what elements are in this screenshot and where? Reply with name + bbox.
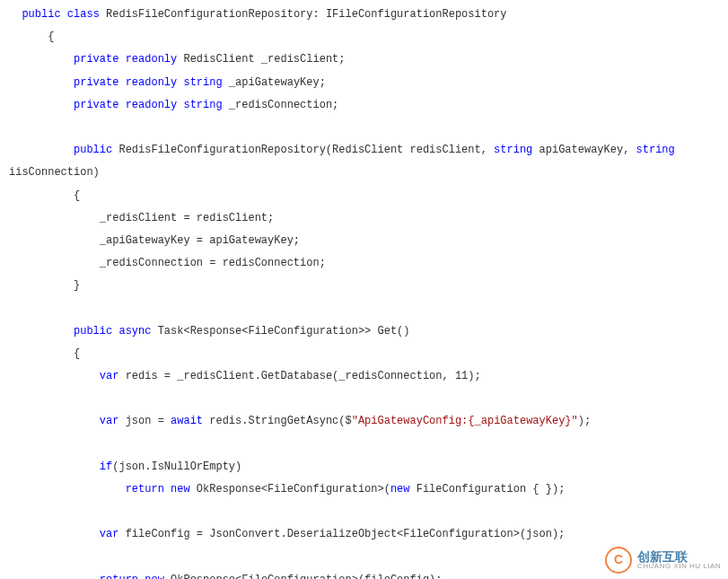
- watermark-title: 创新互联: [637, 550, 721, 563]
- code-token: RedisFileConfigurationRepository(RedisCl…: [112, 144, 494, 156]
- watermark-subtitle: CHUANG XIN HU LIAN: [637, 563, 721, 570]
- code-token: apiGatewayKey,: [532, 144, 636, 156]
- code-token: _apiGatewayKey;: [223, 76, 326, 89]
- code-token: fileConfig = JsonConvert.DeserializeObje…: [118, 528, 565, 540]
- code-token: {: [74, 347, 80, 360]
- code-token: private: [74, 53, 118, 66]
- code-token: );: [578, 415, 591, 427]
- watermark-icon: C: [605, 547, 632, 574]
- code-token: new: [390, 483, 410, 496]
- code-token: string: [183, 99, 222, 111]
- code-token: json =: [118, 415, 171, 427]
- code-token: OkResponse<FileConfiguration>(fileConfig…: [164, 574, 443, 579]
- watermark-text: 创新互联 CHUANG XIN HU LIAN: [637, 550, 721, 570]
- code-token: {: [48, 31, 54, 43]
- code-token: [118, 99, 125, 111]
- code-token: string: [183, 76, 222, 89]
- code-token: new: [145, 574, 164, 579]
- code-token: async: [118, 325, 151, 338]
- code-token: [118, 53, 125, 66]
- code-token: public: [74, 144, 112, 156]
- code-token: var: [100, 415, 119, 427]
- code-token: await: [171, 415, 203, 427]
- code-token: var: [100, 370, 119, 382]
- code-token: RedisFileConfigurationRepository: IFileC…: [100, 8, 507, 21]
- code-token: _redisConnection;: [223, 99, 339, 111]
- code-token: _redisConnection = redisConnection;: [100, 257, 326, 269]
- code-token: OkResponse<FileConfiguration>(: [190, 483, 390, 496]
- code-token: private: [74, 99, 118, 111]
- code-token: FileConfiguration { });: [410, 483, 566, 496]
- code-token: {: [74, 189, 80, 202]
- code-token: var: [100, 528, 119, 540]
- code-token: redis.StringGetAsync($: [203, 415, 352, 427]
- code-token: string: [636, 144, 675, 156]
- code-token: [164, 483, 171, 496]
- code-block: public class RedisFileConfigurationRepos…: [0, 0, 728, 579]
- code-token: RedisClient _redisClient;: [177, 53, 345, 66]
- code-token: private: [74, 76, 118, 89]
- code-token: return: [126, 483, 164, 496]
- code-token: "ApiGatewayConfig:{_apiGatewayKey}": [352, 415, 578, 427]
- code-token: readonly: [126, 76, 178, 89]
- code-token: _redisClient = redisClient;: [100, 212, 274, 224]
- code-token: redis = _redisClient.GetDatabase(_redisC…: [118, 370, 480, 382]
- code-token: string: [494, 144, 532, 156]
- code-token: readonly: [126, 53, 178, 66]
- code-token: if: [100, 461, 112, 473]
- code-token: _apiGatewayKey = apiGatewayKey;: [100, 234, 300, 247]
- code-token: readonly: [126, 99, 178, 111]
- code-token: return: [100, 574, 138, 579]
- code-token: class: [67, 8, 100, 21]
- code-token: iisConnection): [9, 166, 100, 179]
- code-token: [118, 76, 125, 89]
- code-token: }: [74, 279, 80, 292]
- code-token: new: [171, 483, 190, 496]
- code-token: (json.IsNullOrEmpty): [112, 461, 241, 473]
- watermark: C 创新互联 CHUANG XIN HU LIAN: [605, 547, 721, 574]
- code-token: public: [22, 8, 60, 21]
- code-token: Task<Response<FileConfiguration>> Get(): [151, 325, 409, 338]
- code-token: public: [74, 325, 112, 338]
- code-token: [61, 8, 67, 21]
